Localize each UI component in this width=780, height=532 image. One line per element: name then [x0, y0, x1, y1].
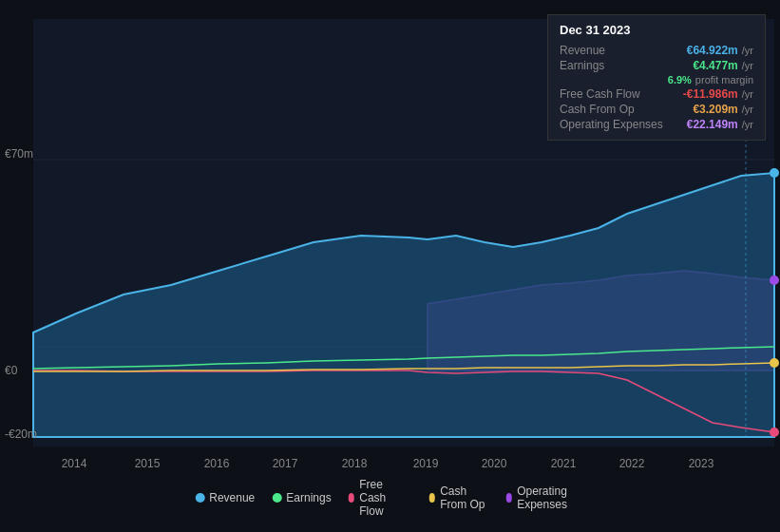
- tooltip-unit-cashfromop: /yr: [742, 104, 753, 115]
- svg-point-9: [770, 428, 779, 437]
- legend-item-revenue[interactable]: Revenue: [195, 491, 255, 504]
- tooltip-label-opex: Operating Expenses: [560, 118, 663, 131]
- x-label-2022: 2022: [619, 457, 645, 470]
- x-label-2016: 2016: [204, 457, 230, 470]
- tooltip-row-profit-margin: 6.9% profit margin: [560, 73, 753, 86]
- tooltip-value-profit-margin: 6.9%: [668, 74, 692, 86]
- legend-dot-opex: [506, 493, 513, 503]
- legend-label-fcf: Free Cash Flow: [359, 478, 411, 518]
- svg-point-7: [770, 276, 779, 285]
- legend-item-fcf[interactable]: Free Cash Flow: [349, 478, 412, 518]
- tooltip-box: Dec 31 2023 Revenue €64.922m /yr Earning…: [547, 14, 766, 141]
- tooltip-value-opex: €22.149m: [687, 118, 738, 131]
- legend-item-opex[interactable]: Operating Expenses: [506, 484, 585, 511]
- legend: Revenue Earnings Free Cash Flow Cash Fro…: [195, 478, 585, 518]
- tooltip-label-profit-margin: profit margin: [695, 74, 753, 86]
- x-label-2019: 2019: [413, 457, 439, 470]
- legend-item-cashfromop[interactable]: Cash From Op: [429, 484, 489, 511]
- legend-dot-cashfromop: [429, 493, 436, 503]
- legend-item-earnings[interactable]: Earnings: [272, 491, 331, 504]
- legend-dot-fcf: [349, 493, 355, 503]
- tooltip-row-fcf: Free Cash Flow -€11.986m /yr: [560, 86, 753, 102]
- x-label-2023: 2023: [689, 457, 714, 470]
- tooltip-value-revenue: €64.922m: [687, 44, 738, 57]
- legend-label-opex: Operating Expenses: [517, 484, 585, 511]
- y-axis-label-neg20m: -€20m: [5, 428, 37, 441]
- tooltip-row-opex: Operating Expenses €22.149m /yr: [560, 117, 753, 132]
- x-label-2021: 2021: [551, 457, 577, 470]
- tooltip-label-earnings: Earnings: [560, 59, 604, 72]
- tooltip-unit-fcf: /yr: [742, 88, 753, 100]
- legend-label-earnings: Earnings: [286, 491, 331, 504]
- svg-point-8: [770, 358, 779, 368]
- tooltip-unit-earnings: /yr: [742, 60, 753, 71]
- svg-point-6: [770, 168, 779, 178]
- tooltip-label-fcf: Free Cash Flow: [560, 87, 640, 101]
- x-label-2018: 2018: [342, 457, 368, 470]
- tooltip-value-fcf: -€11.986m: [683, 87, 738, 101]
- x-label-2020: 2020: [482, 457, 507, 470]
- tooltip-label-cashfromop: Cash From Op: [560, 103, 635, 116]
- y-axis-label-0: €0: [5, 364, 17, 377]
- tooltip-value-earnings: €4.477m: [693, 59, 737, 72]
- x-label-2015: 2015: [135, 457, 161, 470]
- tooltip-unit-revenue: /yr: [742, 45, 753, 56]
- x-label-2014: 2014: [62, 457, 87, 470]
- tooltip-unit-opex: /yr: [742, 119, 753, 130]
- tooltip-title: Dec 31 2023: [560, 23, 753, 37]
- tooltip-value-cashfromop: €3.209m: [693, 103, 737, 116]
- legend-dot-revenue: [195, 493, 204, 503]
- tooltip-row-cashfromop: Cash From Op €3.209m /yr: [560, 102, 753, 117]
- legend-label-revenue: Revenue: [209, 491, 255, 504]
- legend-dot-earnings: [272, 493, 281, 503]
- chart-container: €70m €0 -€20m 2014 2015 2016 2017 2018 2…: [0, 0, 780, 532]
- legend-label-cashfromop: Cash From Op: [440, 484, 488, 511]
- y-axis-label-70m: €70m: [5, 147, 33, 161]
- tooltip-row-revenue: Revenue €64.922m /yr: [560, 43, 753, 58]
- x-label-2017: 2017: [273, 457, 298, 470]
- tooltip-row-earnings: Earnings €4.477m /yr: [560, 58, 753, 73]
- tooltip-label-revenue: Revenue: [560, 44, 605, 57]
